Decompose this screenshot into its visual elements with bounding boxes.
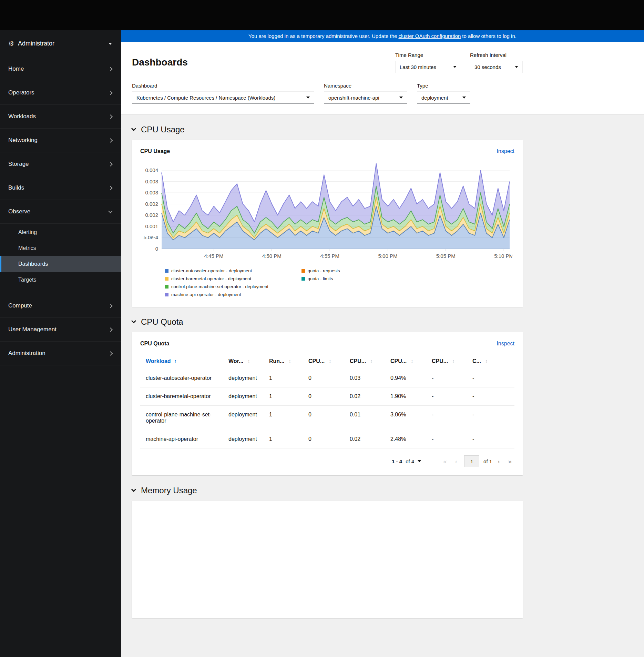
sidebar-item-alerting[interactable]: Alerting <box>0 224 121 240</box>
previous-page-button[interactable]: ‹ <box>452 458 460 465</box>
cpu-usage-inspect-link[interactable]: Inspect <box>497 148 514 154</box>
legend-label: quota - requests <box>308 268 340 273</box>
sidebar-item-label: Operators <box>8 89 34 96</box>
table-row: cluster-baremetal-operatordeployment100.… <box>140 387 514 406</box>
legend-label: cluster-baremetal-operator - deployment <box>171 276 251 281</box>
legend-item: control-plane-machine-set-operator - dep… <box>165 284 268 289</box>
sidebar-item-dashboards[interactable]: Dashboards <box>0 256 121 272</box>
chevron-right-icon <box>108 138 113 143</box>
svg-text:0: 0 <box>155 246 158 252</box>
sidebar-item-user-management[interactable]: User Management <box>0 318 121 342</box>
workload-cell: cluster-autoscaler-operator <box>140 369 228 387</box>
sidebar-item-compute[interactable]: Compute <box>0 294 121 318</box>
page-count-label: of 1 <box>483 458 492 464</box>
column-header-7[interactable]: C...↕ <box>472 354 514 369</box>
cpu-quota-inspect-link[interactable]: Inspect <box>497 341 514 347</box>
legend-label: control-plane-machine-set-operator - dep… <box>171 284 268 289</box>
column-header-label: Run... <box>269 358 284 364</box>
svg-text:5:10 PM: 5:10 PM <box>494 253 512 259</box>
type-select[interactable]: deployment <box>417 91 470 104</box>
time-range-select[interactable]: Last 30 minutes <box>395 61 461 73</box>
table-row: cluster-autoscaler-operatordeployment100… <box>140 369 514 387</box>
sidebar-item-workloads[interactable]: Workloads <box>0 105 121 129</box>
chart-legend: cluster-autoscaler-operator - deployment… <box>165 268 514 297</box>
chevron-right-icon <box>108 162 113 166</box>
type-label: Type <box>417 83 470 89</box>
column-header-3[interactable]: CPU...↕ <box>308 354 350 369</box>
dashboard-value: Kubernetes / Compute Resources / Namespa… <box>136 95 275 101</box>
table-cell: 0 <box>308 369 350 387</box>
sidebar-item-builds[interactable]: Builds <box>0 176 121 200</box>
column-header-6[interactable]: CPU...↕ <box>432 354 472 369</box>
column-header-2[interactable]: Run...↕ <box>269 354 308 369</box>
table-cell: 1 <box>269 369 308 387</box>
table-cell: 0.94% <box>390 369 432 387</box>
sidebar-item-operators[interactable]: Operators <box>0 81 121 105</box>
chevron-right-icon <box>108 114 113 119</box>
svg-text:4:45 PM: 4:45 PM <box>204 253 224 259</box>
cpu-quota-section-toggle[interactable]: CPU Quota <box>132 317 523 327</box>
pagination-range-menu[interactable]: 1 - 4 of 4 <box>392 458 421 464</box>
table-cell: 3.06% <box>390 406 432 430</box>
perspective-switcher[interactable]: ⚙ Administrator <box>0 30 121 57</box>
column-header-label: CPU... <box>390 358 407 364</box>
chevron-down-icon <box>108 209 113 213</box>
last-page-button[interactable]: » <box>505 458 514 465</box>
svg-text:5:05 PM: 5:05 PM <box>436 253 456 259</box>
namespace-select[interactable]: openshift-machine-api <box>324 91 407 104</box>
cpu-quota-card: CPU Quota Inspect Workload↑Wor...↕Run...… <box>132 332 523 475</box>
legend-item: cluster-autoscaler-operator - deployment <box>165 268 268 273</box>
table-cell: 0 <box>308 406 350 430</box>
svg-text:4:50 PM: 4:50 PM <box>262 253 282 259</box>
memory-usage-section-toggle[interactable]: Memory Usage <box>132 486 523 495</box>
page-number-input[interactable] <box>464 455 479 467</box>
column-header-label: Workload <box>146 358 171 364</box>
next-page-button[interactable]: › <box>495 458 502 465</box>
oauth-config-link[interactable]: cluster OAuth configuration <box>398 33 461 39</box>
sidebar-item-networking[interactable]: Networking <box>0 129 121 152</box>
column-header-label: Wor... <box>228 358 243 364</box>
sort-icon: ↕ <box>288 358 291 364</box>
first-page-button[interactable]: « <box>440 458 450 465</box>
table-cell: - <box>472 406 514 430</box>
sidebar-item-observe[interactable]: Observe <box>0 200 121 224</box>
legend-swatch-icon <box>165 293 168 296</box>
svg-text:5.0e-4: 5.0e-4 <box>143 234 158 240</box>
perspective-label: Administrator <box>18 40 54 47</box>
cpu-usage-chart-svg: 05.0e-40.0010.0020.0020.0030.0030.0044:4… <box>140 162 512 265</box>
sidebar-item-targets[interactable]: Targets <box>0 272 121 288</box>
cpu-usage-section-title: CPU Usage <box>141 125 185 134</box>
sidebar-item-metrics[interactable]: Metrics <box>0 240 121 256</box>
namespace-value: openshift-machine-api <box>328 95 379 101</box>
column-header-4[interactable]: CPU...↕ <box>350 354 390 369</box>
dashboard-select[interactable]: Kubernetes / Compute Resources / Namespa… <box>132 91 314 104</box>
caret-down-icon <box>515 66 518 68</box>
sort-icon: ↕ <box>247 358 250 364</box>
chevron-right-icon <box>108 327 113 332</box>
cpu-quota-table: Workload↑Wor...↕Run...↕CPU...↕CPU...↕CPU… <box>140 354 514 448</box>
banner-text-before: You are logged in as a temporary adminis… <box>248 33 397 39</box>
sidebar-item-label: Administration <box>8 350 45 357</box>
memory-usage-card <box>132 501 523 618</box>
column-header-1[interactable]: Wor...↕ <box>228 354 269 369</box>
legend-label: cluster-autoscaler-operator - deployment <box>171 268 252 273</box>
svg-text:0.004: 0.004 <box>145 167 158 173</box>
table-cell: 1.90% <box>390 387 432 406</box>
sidebar-item-label: Builds <box>8 184 24 191</box>
legend-swatch-icon <box>165 277 168 281</box>
sidebar-item-storage[interactable]: Storage <box>0 152 121 176</box>
svg-text:0.003: 0.003 <box>145 179 158 184</box>
chevron-right-icon <box>108 186 113 190</box>
column-header-5[interactable]: CPU...↕ <box>390 354 432 369</box>
refresh-interval-select[interactable]: 30 seconds <box>470 61 523 73</box>
pagination-range: 1 - 4 <box>392 458 402 464</box>
svg-text:4:55 PM: 4:55 PM <box>320 253 339 259</box>
column-header-0[interactable]: Workload↑ <box>140 354 228 369</box>
workload-cell: control-plane-machine-set-operator <box>140 406 228 430</box>
cpu-usage-section-toggle[interactable]: CPU Usage <box>132 125 523 134</box>
sidebar-item-home[interactable]: Home <box>0 57 121 81</box>
sidebar-item-administration[interactable]: Administration <box>0 342 121 365</box>
main-content: You are logged in as a temporary adminis… <box>121 30 644 657</box>
table-row: machine-api-operatordeployment100.022.48… <box>140 430 514 448</box>
table-cell: 0 <box>308 387 350 406</box>
